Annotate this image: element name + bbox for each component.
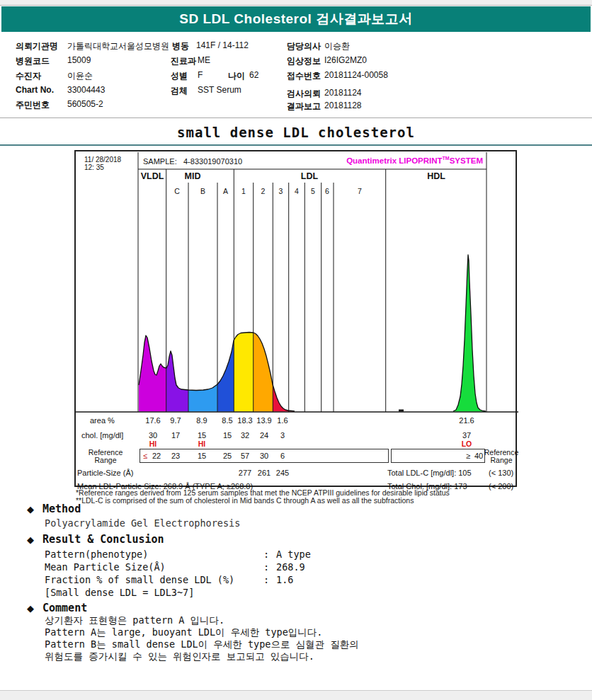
particle-value: 277 [239,469,251,477]
field-label: 수진자 [16,70,41,82]
field-label: 나이 [228,70,245,82]
field-label: 검체 [171,85,188,97]
subband-label: C [174,187,180,195]
page-title: SD LDL Cholesterol 검사결과보고서 [179,10,412,28]
chol-value: 37 [462,431,471,440]
field-value: 15009 [67,55,91,65]
subband-label: A [223,187,228,195]
row-label-area: area % [90,416,115,425]
comment-line: Pattern B는 small dense LDL이 우세한 type으로 심… [45,638,359,651]
diamond-bullet-icon: ◆ [27,504,34,515]
field-value: 62 [249,70,258,80]
particle-value: 261 [258,469,271,477]
field-value: I26IG2MZ0 [324,55,367,65]
subband-label: 1 [241,187,246,195]
field-value: 20181128 [324,101,362,110]
subband-label: 7 [358,187,362,195]
row-label-chol: chol. [mg/dl] [81,431,123,440]
brand-tm: TM [443,156,450,161]
brand-logo: Quantimetrix LIPOPRINTTMSYSTEM [346,156,483,165]
ref-value: 30 [260,452,268,460]
ref-range-label: Range [95,456,117,464]
field-value: 이윤순 [67,70,93,82]
brand-prefix: Quantimetrix LIPOPRINT [346,156,442,165]
area-value: 13.9 [256,416,271,425]
method-heading: Method [42,503,81,515]
field-value: 20181124 [324,88,362,98]
separator-line [0,117,592,118]
subband-label: B [200,187,205,195]
report-title-bar: SD LDL Cholesterol 검사결과보고서 [1,6,591,32]
field-value: SST Serum [198,85,241,95]
result-item-name: Mean Particle Size(Å) [45,561,166,573]
method-body: Polyacrylamide Gel Electrophoresis [45,517,240,529]
lipoprint-chart: 11/ 28/2018 12: 35 SAMPLE: 4-83301907031… [74,150,517,487]
field-label: 성별 [171,70,188,82]
comment-line: 상기환자 표현형은 pattern A 입니다. [45,614,224,627]
field-label: 결과보고 [287,101,321,113]
le-symbol: ≤ [143,452,147,460]
field-value: 20181124-00058 [324,70,388,80]
field-value: ME [198,55,210,65]
band-ldl: LDL [301,171,318,181]
field-value: 33004443 [67,85,105,95]
ref-value-hdl: 40 [474,452,483,460]
section-title: small dense LDL cholesterol [0,125,592,140]
field-label: 의뢰기관명 [16,40,58,52]
chol-value: 30 [149,431,157,440]
field-value: 141F / 14-112 [196,40,249,50]
ref-range-box-hdl [391,449,485,463]
subband-label: 3 [279,187,283,195]
ref-range-label-right: Range [491,456,513,464]
ref-value: 57 [241,452,249,460]
subband-label: 2 [261,187,266,195]
sample-label: SAMPLE: [143,157,177,166]
chol-value: 15 [223,431,232,440]
brand-suffix: SYSTEM [450,156,483,165]
result-heading: Result & Conclusion [42,533,164,546]
band-vldl: VLDL [141,171,164,181]
run-date: 11/ 28/2018 [84,156,121,163]
diamond-bullet-icon: ◆ [27,534,34,545]
ref-value: 25 [223,452,232,460]
band-hdl: HDL [427,171,445,181]
flag-hi: HI [149,440,157,448]
subband-label: 4 [295,187,299,195]
field-label: 진료과 [171,55,196,67]
band-mid: MID [185,171,201,181]
teal-rule [0,144,592,146]
result-note: [Small dense LDL = LDL3~7] [45,587,194,598]
ge-symbol: ≥ [466,452,470,460]
ref-value: 22 [152,452,161,460]
result-item-value: A type [276,549,311,560]
colon: : [263,549,269,560]
diamond-bullet-icon: ◆ [27,603,34,614]
field-label: 임상정보 [287,55,321,67]
area-value: 8.9 [196,416,207,425]
colon: : [263,574,269,585]
area-value: 1.6 [277,416,288,425]
ref-value: 15 [198,452,206,460]
row-label-particle: Particle-Size (Å) [77,469,133,477]
chol-value: 32 [241,431,249,440]
result-item-name: Pattern(phenotype) [45,549,148,560]
field-value: 560505-2 [67,99,103,109]
chol-value: 3 [280,431,285,440]
total-chol-ref: (< 200) [489,482,513,490]
area-value: 17.6 [145,416,160,425]
comment-heading: Comment [42,602,87,614]
flag-hi: HI [198,440,206,448]
area-value: 18.3 [237,416,252,425]
flag-lo: LO [462,440,472,448]
area-value: 9.7 [170,416,181,425]
result-item-value: 268.9 [276,561,305,573]
field-label: 담당의사 [287,40,321,52]
run-time: 12: 35 [84,163,104,171]
ref-value: 23 [171,452,180,460]
field-label: 접수번호 [287,70,321,82]
subband-label: 6 [325,187,329,195]
total-ldl-c-ref: (< 130) [489,469,513,477]
total-ldl-c: Total LDL-C [mg/dl]: 105 [387,469,472,477]
sample-value: 4-833019070310 [183,157,242,166]
comment-line: 위험도를 증가시킬 수 있는 위험인자로 보고되고 있습니다. [45,650,314,663]
